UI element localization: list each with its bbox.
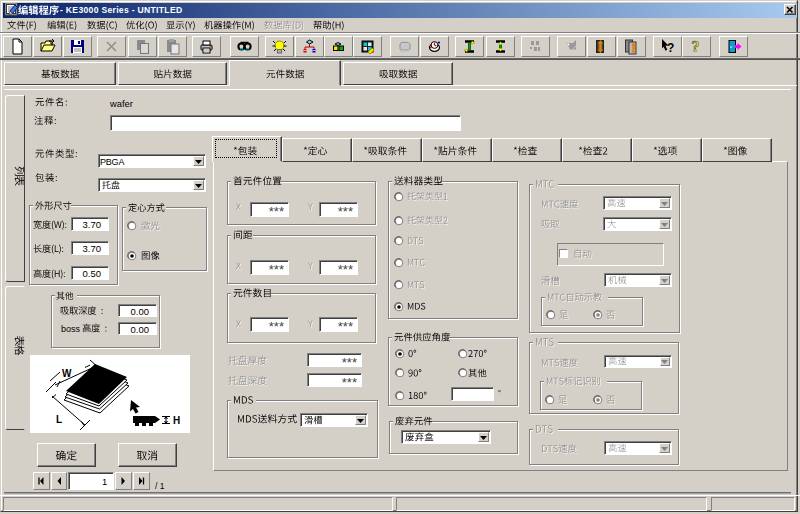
svg-text:?: ?: [667, 41, 674, 55]
svg-text:W: W: [62, 368, 72, 379]
svg-text:?: ?: [692, 38, 700, 55]
svg-text:H: H: [173, 415, 180, 426]
svg-text:L: L: [56, 414, 62, 425]
